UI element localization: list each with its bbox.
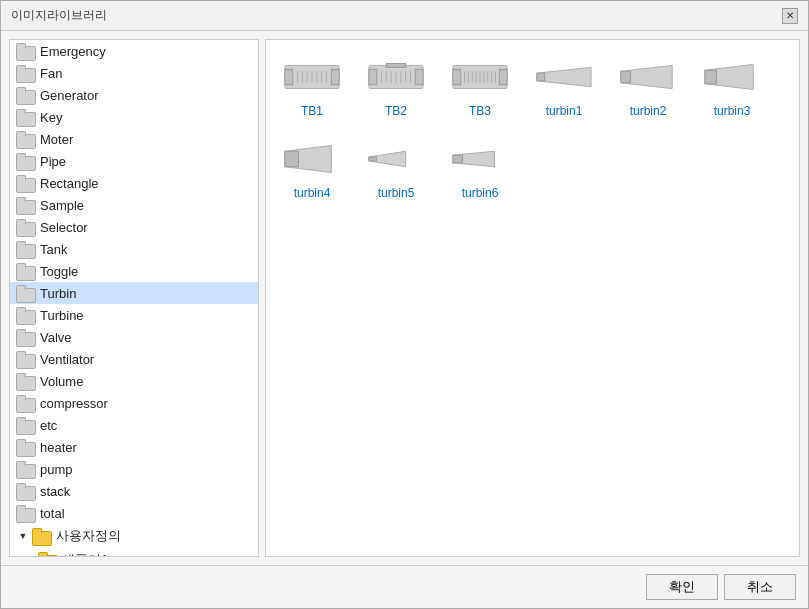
- thumbnail-item-turbin4[interactable]: turbin4: [274, 130, 350, 204]
- thumbnail-item-tb3[interactable]: TB3: [442, 48, 518, 122]
- tree-item-stack[interactable]: stack: [10, 480, 258, 502]
- thumb-image: [366, 52, 426, 102]
- tree-item-turbine[interactable]: Turbine: [10, 304, 258, 326]
- tree-item-fan[interactable]: Fan: [10, 62, 258, 84]
- tree-item-label: Key: [40, 110, 62, 125]
- thumbnail-item-turbin5[interactable]: turbin5: [358, 130, 434, 204]
- confirm-button[interactable]: 확인: [646, 574, 718, 600]
- tree-item-moter[interactable]: Moter: [10, 128, 258, 150]
- tree-item-label: compressor: [40, 396, 108, 411]
- tree-item-label: Generator: [40, 88, 99, 103]
- thumbnail-item-tb2[interactable]: TB2: [358, 48, 434, 122]
- thumbnail-item-turbin2[interactable]: turbin2: [610, 48, 686, 122]
- thumb-label: turbin1: [546, 104, 583, 118]
- tree-item-label: Turbin: [40, 286, 76, 301]
- thumb-image: [282, 52, 342, 102]
- tree-item-turbin[interactable]: Turbin: [10, 282, 258, 304]
- tree-item-newfolder1[interactable]: 새폴더1: [10, 548, 258, 557]
- image-library-dialog: 이미지라이브러리 ✕ Emergency Fan Generator Key M…: [0, 0, 809, 609]
- tree-item-label: Turbine: [40, 308, 84, 323]
- tree-item-label: Rectangle: [40, 176, 99, 191]
- svg-rect-37: [537, 73, 545, 81]
- tree-item-label: Selector: [40, 220, 88, 235]
- thumb-label: turbin5: [378, 186, 415, 200]
- tree-item-total[interactable]: total: [10, 502, 258, 524]
- tree-item-ventilator[interactable]: Ventilator: [10, 348, 258, 370]
- thumb-label: TB2: [385, 104, 407, 118]
- cancel-button[interactable]: 취소: [724, 574, 796, 600]
- tree-item-label: pump: [40, 462, 73, 477]
- tree-item-compressor[interactable]: compressor: [10, 392, 258, 414]
- tree-item-label: Volume: [40, 374, 83, 389]
- thumb-label: turbin3: [714, 104, 751, 118]
- svg-rect-22: [386, 63, 405, 67]
- thumb-label: turbin4: [294, 186, 331, 200]
- svg-rect-43: [285, 151, 299, 166]
- thumbnail-grid: TB1 TB2 TB3 turbin1 turbin2 turbin3 turb…: [274, 48, 791, 204]
- svg-rect-25: [499, 69, 507, 84]
- thumb-label: turbin6: [462, 186, 499, 200]
- svg-rect-24: [453, 69, 461, 84]
- tree-item-label: 새폴더1: [62, 551, 108, 557]
- tree-item-etc[interactable]: etc: [10, 414, 258, 436]
- svg-rect-47: [453, 155, 463, 163]
- svg-rect-41: [705, 70, 717, 84]
- tree-item-label: Fan: [40, 66, 62, 81]
- thumb-image: [450, 134, 510, 184]
- tree-item-tank[interactable]: Tank: [10, 238, 258, 260]
- tree-item-emergency[interactable]: Emergency: [10, 40, 258, 62]
- tree-item-label: Toggle: [40, 264, 78, 279]
- tree-item-label: 사용자정의: [56, 527, 121, 545]
- svg-rect-13: [415, 69, 423, 84]
- dialog-title: 이미지라이브러리: [11, 7, 107, 24]
- close-button[interactable]: ✕: [782, 8, 798, 24]
- tree-item-label: heater: [40, 440, 77, 455]
- tree-item-rectangle[interactable]: Rectangle: [10, 172, 258, 194]
- tree-item-label: stack: [40, 484, 70, 499]
- title-bar: 이미지라이브러리 ✕: [1, 1, 808, 31]
- svg-rect-1: [285, 69, 293, 84]
- thumbnail-item-tb1[interactable]: TB1: [274, 48, 350, 122]
- svg-rect-45: [369, 157, 377, 161]
- tree-item-selector[interactable]: Selector: [10, 216, 258, 238]
- thumbnail-item-turbin3[interactable]: turbin3: [694, 48, 770, 122]
- tree-item-sample[interactable]: Sample: [10, 194, 258, 216]
- tree-panel: Emergency Fan Generator Key Moter Pipe R…: [9, 39, 259, 557]
- footer: 확인 취소: [1, 565, 808, 608]
- tree-item-label: Emergency: [40, 44, 106, 59]
- tree-item-volume[interactable]: Volume: [10, 370, 258, 392]
- thumbnail-item-turbin6[interactable]: turbin6: [442, 130, 518, 204]
- tree-item-label: etc: [40, 418, 57, 433]
- tree-item-toggle[interactable]: Toggle: [10, 260, 258, 282]
- tree-item-label: Sample: [40, 198, 84, 213]
- tree-item-label: total: [40, 506, 65, 521]
- tree-item-label: Pipe: [40, 154, 66, 169]
- thumb-label: TB1: [301, 104, 323, 118]
- expand-arrow-icon: ▼: [16, 531, 30, 541]
- tree-item-label: Tank: [40, 242, 67, 257]
- tree-item-heater[interactable]: heater: [10, 436, 258, 458]
- tree-item-label: Moter: [40, 132, 73, 147]
- tree-item-label: Ventilator: [40, 352, 94, 367]
- thumb-image: [450, 52, 510, 102]
- tree-item-pipe[interactable]: Pipe: [10, 150, 258, 172]
- thumb-image: [702, 52, 762, 102]
- content-area: Emergency Fan Generator Key Moter Pipe R…: [1, 31, 808, 565]
- tree-item-key[interactable]: Key: [10, 106, 258, 128]
- thumb-image: [282, 134, 342, 184]
- tree-item-pump[interactable]: pump: [10, 458, 258, 480]
- thumb-label: TB3: [469, 104, 491, 118]
- tree-item-valve[interactable]: Valve: [10, 326, 258, 348]
- thumb-image: [618, 52, 678, 102]
- thumb-image: [366, 134, 426, 184]
- tree-item-generator[interactable]: Generator: [10, 84, 258, 106]
- tree-item-userdefined[interactable]: ▼ 사용자정의: [10, 524, 258, 548]
- tree-item-label: Valve: [40, 330, 72, 345]
- svg-rect-2: [331, 69, 339, 84]
- svg-rect-39: [621, 71, 631, 83]
- thumb-label: turbin2: [630, 104, 667, 118]
- thumbnail-item-turbin1[interactable]: turbin1: [526, 48, 602, 122]
- thumbnail-panel: TB1 TB2 TB3 turbin1 turbin2 turbin3 turb…: [265, 39, 800, 557]
- thumb-image: [534, 52, 594, 102]
- svg-rect-12: [369, 69, 377, 84]
